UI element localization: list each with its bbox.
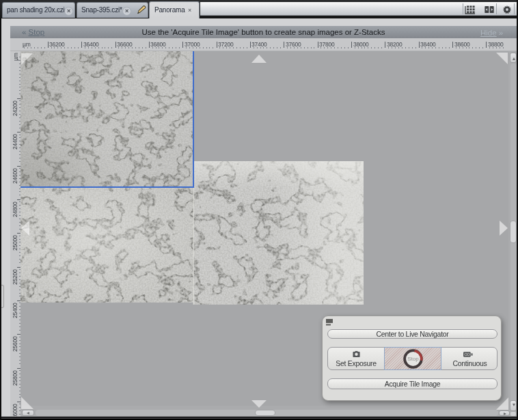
svg-text:Stop: Stop (407, 356, 419, 362)
